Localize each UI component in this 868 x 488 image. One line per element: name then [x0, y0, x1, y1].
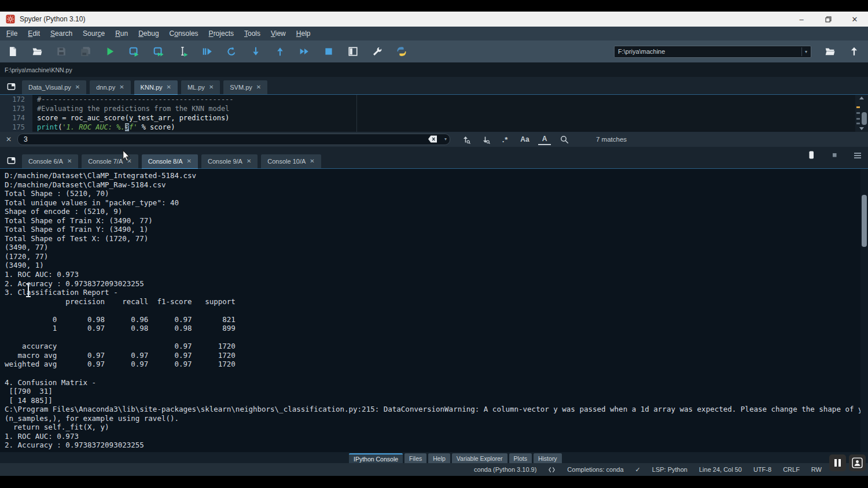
run-cell-advance-icon[interactable] [153, 46, 164, 57]
marker [856, 118, 860, 120]
run-cell-icon[interactable] [128, 46, 139, 57]
stop-icon[interactable] [323, 46, 334, 57]
console-scrollbar[interactable] [860, 169, 868, 452]
debug-file-icon[interactable] [201, 46, 212, 57]
console-scroll-thumb[interactable] [862, 195, 867, 247]
close-tab-icon[interactable]: ✕ [187, 158, 192, 164]
browse-directory-icon[interactable] [824, 46, 836, 57]
code-segment: #Evaluating the predictions from the KNN… [37, 105, 229, 113]
menu-view[interactable]: View [266, 27, 291, 40]
open-file-icon[interactable] [31, 46, 42, 57]
pane-tab-help[interactable]: Help [428, 453, 450, 463]
editor-tab-dnn-py[interactable]: dnn.py✕ [90, 80, 130, 94]
edge-line [356, 95, 357, 132]
editor-tab-svm-py[interactable]: SVM.py✕ [223, 80, 267, 94]
close-tab-icon[interactable]: ✕ [67, 158, 72, 164]
clear-search-icon[interactable] [428, 135, 437, 146]
pane-tab-files[interactable]: Files [404, 453, 426, 463]
interrupt-kernel-icon[interactable] [830, 150, 839, 162]
continue-icon[interactable] [299, 46, 310, 57]
code-editor[interactable]: 172#------------------------------------… [0, 95, 868, 132]
minimize-button[interactable]: – [788, 12, 815, 27]
close-tab-icon[interactable]: ✕ [310, 158, 314, 164]
close-tab-icon[interactable]: ✕ [209, 84, 214, 90]
menu-run[interactable]: Run [110, 27, 133, 40]
status-line-24-col-50: Line 24, Col 50 [699, 466, 742, 473]
match-case-icon[interactable]: Aa [518, 134, 531, 145]
editor-tab-knn-py[interactable]: KNN.py✕ [134, 80, 178, 94]
step-into-icon[interactable] [250, 46, 261, 57]
editor-scrollbar[interactable] [855, 95, 868, 132]
menu-help[interactable]: Help [291, 27, 316, 40]
find-next-icon[interactable] [479, 134, 492, 145]
menu-projects[interactable]: Projects [204, 27, 239, 40]
console-tab-console-9-a[interactable]: Console 9/A✕ [201, 154, 258, 168]
close-tab-icon[interactable]: ✕ [167, 84, 171, 90]
console-tab-console-8-a[interactable]: Console 8/A✕ [142, 154, 198, 168]
run-file-icon[interactable] [104, 46, 115, 57]
whole-words-icon[interactable]: A [538, 134, 551, 145]
file-path-text: F:\priya\machine\KNN.py [5, 66, 72, 73]
console-tab-console-10-a[interactable]: Console 10/A✕ [261, 154, 321, 168]
console-output: D:/machine/Dataset\ClaMP_Integrated-5184… [0, 169, 868, 450]
warning-marker [856, 106, 860, 108]
browse-tabs-icon[interactable] [3, 79, 19, 93]
restore-button[interactable] [815, 12, 841, 27]
menu-tools[interactable]: Tools [239, 27, 266, 40]
console-tab-console-6-a[interactable]: Console 6/A✕ [22, 154, 78, 168]
tab-label: Console 10/A [267, 158, 306, 165]
find-previous-icon[interactable] [459, 134, 472, 145]
status-conda-python-3-10-9: conda (Python 3.10.9) [474, 466, 536, 473]
menu-consoles[interactable]: Consoles [164, 27, 204, 40]
menu-file[interactable]: File [1, 27, 23, 40]
scroll-down-icon[interactable] [859, 127, 864, 130]
regex-icon[interactable]: .* [499, 134, 512, 145]
pane-tab-ipython-console[interactable]: IPython Console [349, 453, 403, 463]
pane-tab-variable-explorer[interactable]: Variable Explorer [452, 453, 507, 463]
close-button[interactable]: ✕ [841, 12, 868, 27]
menu-edit[interactable]: Edit [23, 27, 45, 40]
pane-tab-plots[interactable]: Plots [509, 453, 532, 463]
working-directory-combobox[interactable]: F:\priya\machine▾ [614, 46, 811, 58]
menu-debug[interactable]: Debug [133, 27, 164, 40]
toolbar: F:\priya\machine▾ [0, 40, 868, 62]
maximize-pane-icon[interactable] [347, 46, 358, 57]
console-pane-buttons [807, 150, 862, 162]
new-file-icon[interactable] [7, 46, 18, 57]
code-text: #---------------------------------------… [32, 95, 234, 104]
browse-tabs-icon[interactable] [3, 153, 19, 167]
webcam-person-icon[interactable] [849, 454, 866, 471]
pager-icon[interactable] [807, 150, 816, 162]
editor-scroll-thumb[interactable] [862, 112, 867, 125]
scroll-up-icon[interactable] [859, 97, 864, 99]
options-menu-icon[interactable] [853, 150, 862, 162]
pause-icon[interactable] [829, 454, 846, 471]
editor-tab-data-visual-py[interactable]: Data_Visual.py✕ [22, 80, 86, 94]
editor-tab-ml-py[interactable]: ML.py✕ [181, 80, 220, 94]
close-tab-icon[interactable]: ✕ [75, 84, 80, 90]
preferences-icon[interactable] [372, 46, 382, 57]
parent-directory-icon[interactable] [848, 46, 860, 57]
find-close-icon[interactable]: ✕ [0, 135, 17, 143]
find-matches-label: 7 matches [596, 136, 627, 143]
text-ibeam-cursor [25, 283, 31, 297]
ipython-console[interactable]: D:/machine/Dataset\ClaMP_Integrated-5184… [0, 169, 868, 452]
dropdown-caret-icon[interactable]: ▾ [801, 47, 807, 56]
code-line: 172#------------------------------------… [0, 95, 868, 104]
pane-tab-history[interactable]: History [534, 453, 562, 463]
close-tab-icon[interactable]: ✕ [256, 84, 261, 90]
find-input[interactable] [17, 134, 450, 145]
close-tab-icon[interactable]: ✕ [119, 84, 124, 90]
pythonpath-icon[interactable] [396, 46, 407, 57]
close-tab-icon[interactable]: ✕ [247, 158, 251, 164]
rerun-cell-icon[interactable] [226, 46, 237, 57]
file-path-bar: F:\priya\machine\KNN.py [0, 62, 868, 77]
search-in-files-icon[interactable] [558, 134, 571, 145]
menu-search[interactable]: Search [45, 27, 78, 40]
find-history-caret-icon[interactable]: ▾ [444, 136, 447, 142]
run-selection-icon[interactable] [177, 46, 188, 57]
menu-source[interactable]: Source [78, 27, 110, 40]
step-return-icon[interactable] [274, 46, 285, 57]
code-segment: % score) [137, 123, 175, 131]
code-segment: print [37, 123, 58, 131]
